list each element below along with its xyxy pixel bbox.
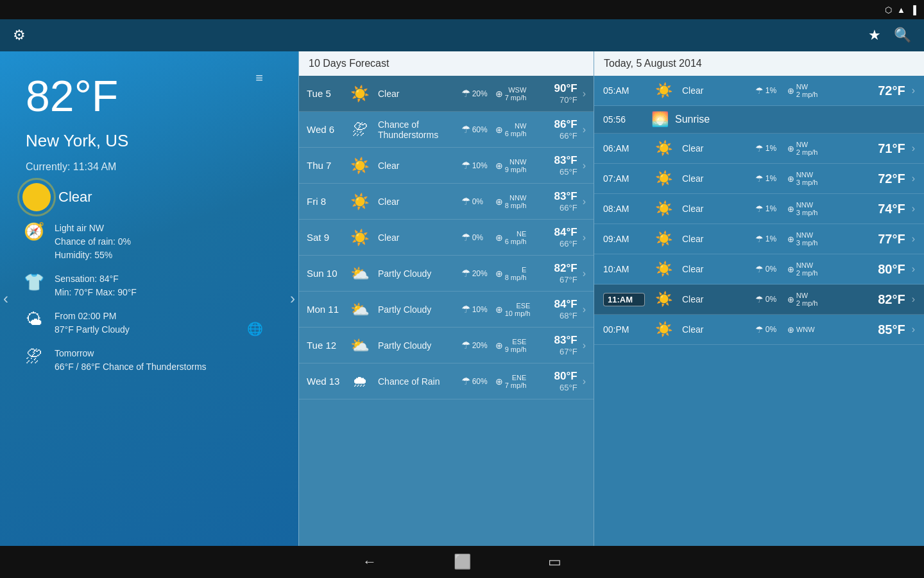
hourly-chevron-icon: › <box>912 173 915 184</box>
forecast-weather-icon: ⛅ <box>347 265 373 283</box>
nav-next-button[interactable]: › <box>290 290 295 308</box>
hourly-rain: ☂ 0% <box>755 324 781 335</box>
hourly-chevron-icon: › <box>912 324 915 335</box>
hourly-chevron-icon: › <box>912 203 915 215</box>
hourly-weather-icon: ☀️ <box>651 231 676 247</box>
wind-compass-icon: ⊕ <box>495 340 503 351</box>
hourly-row[interactable]: 11:AM ☀️ Clear ☂ 0% ⊕ NW2 mp/h 82°F › <box>594 285 924 315</box>
forecast-row[interactable]: Wed 13 🌧 Chance of Rain ☂ 60% ⊕ ENE7 mp/… <box>299 363 594 399</box>
forecast-row[interactable]: Wed 6 ⛈ Chance of Thunderstorms ☂ 60% ⊕ … <box>299 112 594 148</box>
hourly-row[interactable]: 07:AM ☀️ Clear ☂ 1% ⊕ NNW3 mp/h 72°F › <box>594 164 924 194</box>
back-button[interactable]: ← <box>363 554 377 570</box>
forecast-wind: ⊕ ESE10 mp/h <box>495 302 534 317</box>
hourly-chevron-icon: › <box>912 233 915 245</box>
hourly-time: 11:AM <box>603 293 645 306</box>
umbrella-icon: ☂ <box>461 87 470 100</box>
hourly-row[interactable]: 08:AM ☀️ Clear ☂ 1% ⊕ NNW3 mp/h 74°F › <box>594 194 924 224</box>
hourly-wind: ⊕ NNW3 mp/h <box>787 171 854 186</box>
forecast-wind: ⊕ ESE9 mp/h <box>495 338 534 353</box>
forecast-row[interactable]: Thu 7 ☀️ Clear ☂ 10% ⊕ NNW9 mp/h 83°F 65… <box>299 148 594 184</box>
hourly-wind: ⊕ NNW3 mp/h <box>787 201 854 216</box>
current-temperature: 82°F <box>26 71 282 121</box>
settings-button[interactable]: ⚙ <box>13 27 26 44</box>
forecast-row[interactable]: Sat 9 ☀️ Clear ☂ 0% ⊕ NE6 mp/h 84°F 66°F… <box>299 220 594 256</box>
wind-compass-icon: ⊕ <box>495 197 503 207</box>
hourly-row[interactable]: 10:AM ☀️ Clear ☂ 0% ⊕ NNW2 mp/h 80°F › <box>594 254 924 285</box>
forecast-row[interactable]: Sun 10 ⛅ Partly Cloudy ☂ 20% ⊕ E8 mp/h 8… <box>299 256 594 292</box>
wifi-icon: ▲ <box>897 5 905 15</box>
umbrella-icon: ☂ <box>461 303 470 315</box>
menu-button[interactable]: ≡ <box>255 71 263 85</box>
forecast-description: Partly Cloudy <box>378 268 456 279</box>
home-button[interactable]: ⬜ <box>454 554 471 570</box>
hourly-wind: ⊕ WNW <box>787 325 854 335</box>
forecast-rain: ☂ 20% <box>461 267 490 279</box>
hourly-row[interactable]: 00:PM ☀️ Clear ☂ 0% ⊕ WNW 85°F › <box>594 315 924 345</box>
forecast-row[interactable]: Mon 11 ⛅ Partly Cloudy ☂ 10% ⊕ ESE10 mp/… <box>299 292 594 328</box>
forecast-row[interactable]: Fri 8 ☀️ Clear ☂ 0% ⊕ NNW8 mp/h 83°F 66°… <box>299 184 594 220</box>
hourly-chevron-icon: › <box>912 293 915 305</box>
hourly-time: 05:AM <box>603 85 645 96</box>
hourly-rain: ☂ 0% <box>755 264 781 274</box>
forecast-description: Chance of Thunderstorms <box>378 119 456 140</box>
umbrella-icon: ☂ <box>461 231 470 243</box>
hourly-rain: ☂ 1% <box>755 234 781 244</box>
hourly-time: 08:AM <box>603 204 645 214</box>
forecast-description: Clear <box>378 161 456 171</box>
recent-button[interactable]: ▭ <box>548 554 561 570</box>
wind-compass-icon: ⊕ <box>495 304 503 315</box>
globe-button[interactable]: 🌐 <box>247 321 263 337</box>
hourly-description: Clear <box>682 234 749 244</box>
nav-prev-button[interactable]: ‹ <box>3 290 8 308</box>
hourly-row[interactable]: 05:AM ☀️ Clear ☂ 1% ⊕ NW2 mp/h 72°F › <box>594 76 924 106</box>
hourly-umbrella-icon: ☂ <box>755 234 764 244</box>
battery-icon: ▐ <box>911 5 916 15</box>
hourly-row[interactable]: 09:AM ☀️ Clear ☂ 1% ⊕ NNW3 mp/h 77°F › <box>594 224 924 254</box>
forecast-header: 10 Days Forecast <box>299 51 594 76</box>
partly-cloudy-icon-small: 🌤 <box>22 310 46 329</box>
forecast-description: Partly Cloudy <box>378 304 456 315</box>
sun-icon <box>22 183 51 211</box>
umbrella-icon: ☂ <box>461 375 470 387</box>
tomorrow-detail: Tomorrow 66°F / 86°F Chance of Thunderst… <box>55 347 207 374</box>
hourly-temperature: 80°F <box>860 262 905 277</box>
hourly-description: Clear <box>682 173 749 184</box>
wind-compass-icon: ⊕ <box>495 125 503 135</box>
forecast-date: Wed 13 <box>307 376 342 387</box>
forecast-temps: 83°F 67°F <box>539 334 578 356</box>
hourly-chevron-icon: › <box>912 85 915 96</box>
forecast-date: Tue 5 <box>307 88 342 99</box>
hourly-rain: ☂ 1% <box>755 143 781 153</box>
sunrise-icon: 🌅 <box>651 111 669 128</box>
hourly-panel: Today, 5 August 2014 05:AM ☀️ Clear ☂ 1%… <box>594 51 924 546</box>
forecast-weather-icon: 🌧 <box>347 372 373 390</box>
current-time: Currently: 11:34 AM <box>26 161 282 173</box>
hourly-chevron-icon: › <box>912 263 915 275</box>
thunder-icon: ⛈ <box>22 347 46 367</box>
search-button[interactable]: 🔍 <box>894 27 911 44</box>
forecast-temps: 83°F 65°F <box>539 154 578 177</box>
forecast-date: Mon 11 <box>307 304 342 315</box>
forecast-chevron-icon: › <box>583 88 586 100</box>
forecast-rain: ☂ 20% <box>461 339 490 351</box>
hourly-list[interactable]: 05:AM ☀️ Clear ☂ 1% ⊕ NW2 mp/h 72°F › 05… <box>594 76 924 546</box>
wind-compass-icon: ⊕ <box>495 268 503 279</box>
forecast-weather-icon: ⛅ <box>347 337 373 355</box>
afternoon-detail: From 02:00 PM 87°F Partly Cloudy <box>55 310 130 337</box>
hourly-rain: ☂ 1% <box>755 85 781 96</box>
hourly-temperature: 85°F <box>860 322 905 337</box>
forecast-temps: 84°F 68°F <box>539 298 578 320</box>
hourly-compass-icon: ⊕ <box>787 204 794 214</box>
forecast-temps: 83°F 66°F <box>539 190 578 213</box>
hourly-weather-icon: ☀️ <box>651 321 676 338</box>
forecast-list[interactable]: Tue 5 ☀️ Clear ☂ 20% ⊕ WSW7 mp/h 90°F 70… <box>299 76 594 546</box>
hourly-umbrella-icon: ☂ <box>755 294 764 304</box>
forecast-row[interactable]: Tue 12 ⛅ Partly Cloudy ☂ 20% ⊕ ESE9 mp/h… <box>299 328 594 363</box>
hourly-weather-icon: ☀️ <box>651 261 676 277</box>
hourly-weather-icon: ☀️ <box>651 170 676 187</box>
favorite-button[interactable]: ★ <box>868 27 881 44</box>
hourly-temperature: 71°F <box>860 141 905 156</box>
forecast-row[interactable]: Tue 5 ☀️ Clear ☂ 20% ⊕ WSW7 mp/h 90°F 70… <box>299 76 594 112</box>
hourly-time: 07:AM <box>603 173 645 184</box>
hourly-row[interactable]: 06:AM ☀️ Clear ☂ 1% ⊕ NW2 mp/h 71°F › <box>594 134 924 164</box>
